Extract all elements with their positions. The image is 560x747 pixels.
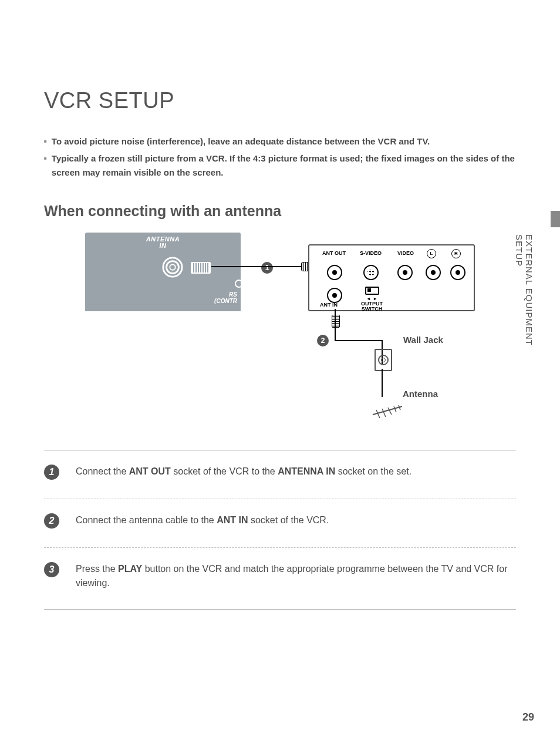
intro-bullet: ■ Typically a frozen still picture from … bbox=[44, 152, 516, 179]
cable-to-antenna bbox=[382, 369, 383, 397]
svg-line-3 bbox=[373, 406, 402, 415]
vcr-audio-r-label: R bbox=[451, 249, 461, 258]
intro-bullet-text: Typically a frozen still picture from a … bbox=[52, 152, 516, 179]
bullet-marker: ■ bbox=[44, 138, 47, 148]
step-number-badge: 1 bbox=[44, 465, 68, 480]
svg-point-1 bbox=[167, 261, 179, 273]
step-text: Connect the ANT OUT socket of the VCR to… bbox=[76, 465, 516, 480]
intro-bullet: ■ To avoid picture noise (interference),… bbox=[44, 134, 516, 148]
cable-plug-tv-icon bbox=[191, 262, 211, 274]
divider bbox=[44, 450, 516, 450]
diagram-marker-1: 1 bbox=[261, 262, 273, 274]
cable-vcr-right bbox=[335, 340, 382, 341]
vcr-output-switch-label: ◂ ▸ OUTPUT SWITCH bbox=[361, 296, 383, 312]
connection-diagram: ANTENNA IN RS (CONTR 1 2 ANT OUT S-VIDEO bbox=[85, 233, 519, 426]
intro-bullet-list: ■ To avoid picture noise (interference),… bbox=[44, 134, 516, 179]
tv-rs-control-label: RS (CONTR bbox=[214, 291, 237, 304]
vcr-audio-l-socket-icon bbox=[426, 265, 441, 280]
intro-bullet-text: To avoid picture noise (interference), l… bbox=[52, 134, 516, 148]
step-number-badge: 3 bbox=[44, 562, 68, 577]
vcr-ant-in-socket-icon bbox=[327, 288, 342, 303]
vcr-output-switch-icon bbox=[365, 287, 379, 295]
svg-line-5 bbox=[382, 409, 386, 417]
vcr-video-label: VIDEO bbox=[397, 250, 414, 256]
cable-vcr-down bbox=[335, 309, 336, 341]
svg-line-6 bbox=[388, 408, 392, 415]
vcr-s-video-socket-icon bbox=[363, 265, 379, 280]
antenna-label: Antenna bbox=[403, 389, 438, 399]
vcr-ant-out-label: ANT OUT bbox=[322, 250, 346, 256]
divider bbox=[44, 609, 516, 610]
page-number: 29 bbox=[522, 711, 534, 724]
vcr-ant-out-socket-icon bbox=[327, 265, 342, 280]
divider bbox=[44, 547, 516, 548]
step-row: 1 Connect the ANT OUT socket of the VCR … bbox=[44, 456, 516, 493]
step-row: 2 Connect the antenna cable to the ANT I… bbox=[44, 505, 516, 541]
svg-line-7 bbox=[394, 406, 396, 412]
steps-list: 1 Connect the ANT OUT socket of the VCR … bbox=[44, 450, 516, 610]
diagram-marker-2: 2 bbox=[317, 335, 329, 346]
tv-antenna-in-socket-icon bbox=[161, 256, 184, 278]
panel-dot-icon bbox=[235, 280, 241, 288]
wall-jack-icon bbox=[375, 349, 392, 371]
side-tab-marker bbox=[551, 211, 560, 227]
vcr-audio-r-socket-icon bbox=[450, 265, 465, 280]
page-title: VCR SETUP bbox=[44, 88, 516, 113]
step-row: 3 Press the PLAY button on the VCR and m… bbox=[44, 554, 516, 603]
side-chapter-label: EXTERNAL EQUIPMENT SETUP bbox=[522, 234, 534, 375]
vcr-s-video-label: S-VIDEO bbox=[360, 250, 382, 256]
tv-antenna-in-label: ANTENNA IN bbox=[146, 236, 180, 249]
vcr-video-socket-icon bbox=[397, 265, 413, 280]
vcr-back-panel: ANT OUT S-VIDEO VIDEO ANT IN L R ◂ ▸ OUT… bbox=[308, 244, 475, 311]
section-subheading: When connecting with an antenna bbox=[44, 203, 516, 220]
bullet-marker: ■ bbox=[44, 155, 47, 179]
step-number-badge: 2 bbox=[44, 513, 68, 529]
wall-jack-label: Wall Jack bbox=[403, 335, 443, 345]
divider bbox=[44, 499, 516, 499]
svg-point-2 bbox=[170, 264, 176, 270]
tv-back-panel: ANTENNA IN RS (CONTR bbox=[85, 233, 241, 311]
step-text: Press the PLAY button on the VCR and mat… bbox=[76, 562, 516, 590]
antenna-icon bbox=[367, 402, 408, 419]
step-text: Connect the antenna cable to the ANT IN … bbox=[76, 513, 516, 529]
vcr-audio-l-label: L bbox=[427, 249, 436, 258]
cable-plug-vcr-in-icon bbox=[332, 315, 340, 328]
